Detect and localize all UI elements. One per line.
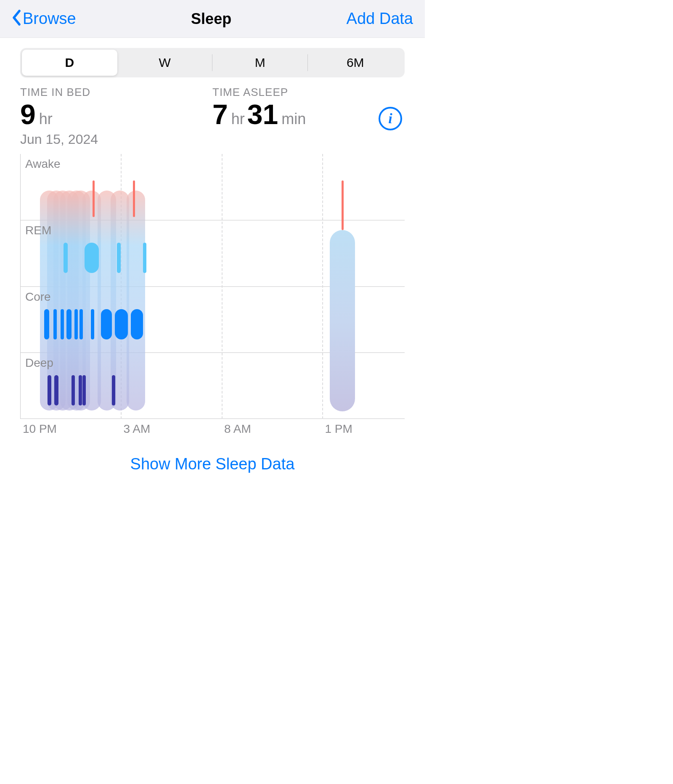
awake-mark xyxy=(342,180,344,230)
time-in-bed-block: TIME IN BED 9 hr Jun 15, 2024 xyxy=(20,86,212,147)
sleep-segment xyxy=(85,243,99,273)
x-axis: 10 PM3 AM8 AM1 PM xyxy=(20,419,405,438)
time-in-bed-label: TIME IN BED xyxy=(20,86,207,99)
time-asleep-label: TIME ASLEEP xyxy=(212,86,400,99)
hr-unit-2: hr xyxy=(231,110,245,128)
summary-date: Jun 15, 2024 xyxy=(20,132,207,147)
sleep-segment xyxy=(131,309,143,339)
seg-option-w[interactable]: W xyxy=(117,50,213,76)
seg-option-6m[interactable]: 6M xyxy=(308,50,403,76)
sleep-segment xyxy=(82,375,86,405)
sleep-segment xyxy=(143,243,146,273)
sleep-segment xyxy=(101,309,112,339)
chevron-left-icon xyxy=(12,7,21,30)
sleep-segment xyxy=(79,375,82,405)
sleep-segment xyxy=(64,243,68,273)
time-asleep-block: TIME ASLEEP 7 hr 31 min xyxy=(212,86,405,147)
time-range-segmented: DWM6M xyxy=(20,48,405,77)
seg-option-d[interactable]: D xyxy=(22,50,117,76)
x-tick: 10 PM xyxy=(23,422,57,436)
sleep-segment xyxy=(74,309,78,339)
sleep-segment xyxy=(72,375,75,405)
sleep-segment xyxy=(117,243,121,273)
sleep-segment xyxy=(44,309,49,339)
sleep-segment xyxy=(53,309,57,339)
page-title: Sleep xyxy=(191,10,231,28)
x-tick: 3 AM xyxy=(123,422,150,436)
sleep-segment xyxy=(48,375,52,405)
seg-option-m[interactable]: M xyxy=(212,50,308,76)
time-asleep-hours: 7 xyxy=(212,101,228,128)
back-label: Browse xyxy=(23,10,76,28)
stage-label-deep: Deep xyxy=(25,356,53,370)
show-more-sleep-data-link[interactable]: Show More Sleep Data xyxy=(0,438,425,487)
time-asleep-min: 31 xyxy=(247,101,278,128)
in-bed-bar xyxy=(330,230,355,411)
stage-label-awake: Awake xyxy=(25,157,61,171)
summary-stats: TIME IN BED 9 hr Jun 15, 2024 TIME ASLEE… xyxy=(20,86,405,147)
sleep-segment xyxy=(66,309,72,339)
awake-mark xyxy=(93,180,95,217)
sleep-segment xyxy=(112,375,115,405)
nav-bar: Browse Sleep Add Data xyxy=(0,0,425,38)
info-icon[interactable]: i xyxy=(379,107,402,130)
back-button[interactable]: Browse xyxy=(12,7,76,30)
sleep-segment xyxy=(54,375,58,405)
hr-unit: hr xyxy=(39,110,53,128)
sleep-segment xyxy=(79,309,83,339)
sleep-segment xyxy=(61,309,64,339)
x-tick: 1 PM xyxy=(325,422,352,436)
x-tick: 8 AM xyxy=(224,422,251,436)
stage-label-rem: REM xyxy=(25,224,51,237)
min-unit: min xyxy=(281,110,306,128)
sleep-segment xyxy=(115,309,128,339)
sleep-chart: AwakeREMCoreDeep 10 PM3 AM8 AM1 PM xyxy=(20,154,405,438)
time-in-bed-hours: 9 xyxy=(20,101,36,128)
stage-label-core: Core xyxy=(25,290,51,304)
add-data-button[interactable]: Add Data xyxy=(347,10,413,28)
awake-mark xyxy=(133,180,135,217)
sleep-segment xyxy=(91,309,94,339)
